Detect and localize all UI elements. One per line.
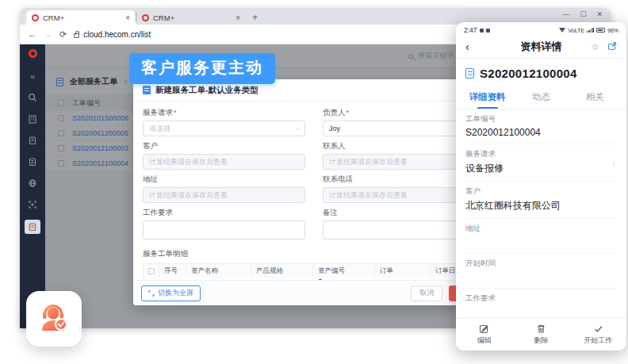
record-id: S2020012100004 <box>480 67 577 80</box>
input-placeholder: 计算结果请在保存后查看 <box>149 190 228 201</box>
fullscreen-label: 切换为全屏 <box>158 288 193 298</box>
action-label: 编辑 <box>477 335 492 346</box>
minimize-button[interactable]: — <box>562 10 569 18</box>
field-label-service-request: 服务请求 <box>143 108 305 118</box>
field-value: 设备报修 <box>465 162 617 175</box>
address-input: 计算结果请在保存后查看 <box>143 187 305 203</box>
work-order-icon[interactable] <box>25 220 40 234</box>
modal-title: 新建服务工单-默认业务类型 <box>155 85 258 96</box>
fullscreen-toggle-button[interactable]: 切换为全屏 <box>141 285 201 301</box>
window-controls: — ☐ ✕ <box>562 10 603 18</box>
back-icon[interactable]: ‹ <box>465 40 469 53</box>
chevron-right-icon: › <box>613 159 615 167</box>
field-label: 地址 <box>465 224 617 234</box>
notification-icon <box>486 29 490 33</box>
field-service-request[interactable]: 服务请求 设备报修 › <box>465 144 617 182</box>
action-label: 开始工作 <box>584 335 612 346</box>
organization-icon[interactable] <box>25 113 40 125</box>
tab-close-icon[interactable]: × <box>236 13 240 22</box>
service-request-select[interactable]: 请选择 › <box>143 121 305 136</box>
field-address: 地址 <box>465 219 617 254</box>
hecom-favicon-icon <box>142 14 149 21</box>
hecom-logo-icon <box>29 49 37 58</box>
detail-section-title: 服务工单明细 <box>143 249 188 259</box>
field-value <box>465 271 617 282</box>
field-label-work-requirement: 工作要求 <box>143 208 305 218</box>
select-all-checkbox[interactable] <box>144 264 159 278</box>
reload-icon[interactable]: ⟳ <box>59 29 67 40</box>
customer-service-fab[interactable] <box>26 291 82 347</box>
app-sidebar: « <box>20 44 45 328</box>
favorite-star-icon[interactable]: ☆ <box>591 41 599 52</box>
phone-screen: 2:47 VoLTE 96% ‹ 资料详情 ☆ S2020012100004 <box>456 22 626 351</box>
battery-percent: 96% <box>607 28 618 33</box>
detail-section-header: 服务工单明细 <box>143 247 498 260</box>
start-work-action-button[interactable]: 开始工作 <box>569 318 626 351</box>
scan-icon[interactable] <box>25 198 40 211</box>
field-value: 北京红圈科技有限公司 <box>465 199 617 213</box>
field-label: 服务请求 <box>465 149 617 159</box>
browser-tab-1[interactable]: CRM+ × <box>26 10 136 25</box>
browser-tab-2[interactable]: CRM+ × <box>136 10 246 25</box>
detail-column: 资产编号 <box>313 264 375 278</box>
input-placeholder: 计算结果请在保存后查看 <box>329 190 408 201</box>
field-label: 工单编号 <box>465 114 617 125</box>
delete-action-button[interactable]: 删除 <box>513 318 570 351</box>
input-placeholder: 计算结果请在保存后查看 <box>329 157 408 167</box>
tab-close-icon[interactable]: × <box>125 13 130 22</box>
status-time: 2:47 <box>464 26 477 34</box>
check-icon <box>593 324 603 334</box>
hecom-favicon-icon <box>32 14 39 21</box>
detail-table-header: 序号 资产名称 产品规格 资产编号 订单 订单日期 <box>143 263 498 278</box>
detail-tabs: 详细资料 动态 相关 <box>456 86 626 109</box>
lock-icon <box>74 33 79 38</box>
detail-column: 资产名称 <box>186 264 251 278</box>
tab-title: CRM+ <box>153 13 232 22</box>
record-title-row: S2020012100004 <box>456 59 626 86</box>
notification-icon <box>480 29 484 33</box>
field-label-address: 地址 <box>143 174 305 185</box>
tab-title: CRM+ <box>43 13 121 22</box>
document-icon[interactable] <box>25 155 40 168</box>
url-text: cloud.hecom.cn/list <box>83 30 151 39</box>
tab-activity[interactable]: 动态 <box>515 86 569 109</box>
work-requirement-textarea[interactable] <box>143 220 305 239</box>
battery-icon <box>596 28 605 33</box>
globe-icon[interactable] <box>25 177 40 190</box>
field-label-customer: 客户 <box>143 141 305 151</box>
cancel-button[interactable]: 取消 <box>411 285 442 301</box>
phone-status-bar: 2:47 VoLTE 96% <box>456 22 626 35</box>
report-icon[interactable] <box>25 134 40 147</box>
share-icon[interactable] <box>607 41 617 51</box>
person-illustration <box>314 279 327 280</box>
record-icon <box>465 68 474 79</box>
phone-nav-bar: ‹ 资料详情 ☆ <box>456 35 626 59</box>
input-placeholder: 计算结果请在保存后查看 <box>149 157 228 167</box>
edit-icon <box>479 324 489 334</box>
wifi-icon <box>559 28 565 33</box>
back-icon[interactable]: ← <box>28 29 36 39</box>
detail-column: 序号 <box>159 264 186 278</box>
field-value <box>465 306 617 317</box>
signal-icon <box>587 28 594 33</box>
forward-icon: → <box>44 29 52 39</box>
field-value <box>465 236 617 247</box>
support-agent-icon <box>37 302 71 335</box>
new-tab-button[interactable]: + <box>252 12 258 23</box>
field-value: S2020012100004 <box>465 127 617 138</box>
search-icon[interactable] <box>25 91 40 104</box>
maximize-button[interactable]: ☐ <box>580 10 586 18</box>
collapse-icon[interactable]: « <box>25 70 40 82</box>
url-box[interactable]: cloud.hecom.cn/list <box>74 30 151 39</box>
tab-related[interactable]: 相关 <box>568 86 622 109</box>
edit-action-button[interactable]: 编辑 <box>456 318 513 351</box>
close-button[interactable]: ✕ <box>596 10 603 18</box>
field-work-requirement: 工作要求 <box>465 289 617 317</box>
tab-detail-info[interactable]: 详细资料 <box>461 86 515 109</box>
detail-fields: 工单编号 S2020012100004 服务请求 设备报修 › 客户 北京红圈科… <box>456 109 626 317</box>
new-work-order-modal: 新建服务工单-默认业务类型 服务请求 请选择 › 负责人 <box>133 79 507 305</box>
detail-column: 订单 <box>375 264 431 278</box>
modal-body: 服务请求 请选择 › 负责人 Joy <box>133 102 507 280</box>
trash-icon <box>536 324 546 334</box>
modal-footer: 切换为全屏 取消 保存并开 <box>133 280 507 305</box>
